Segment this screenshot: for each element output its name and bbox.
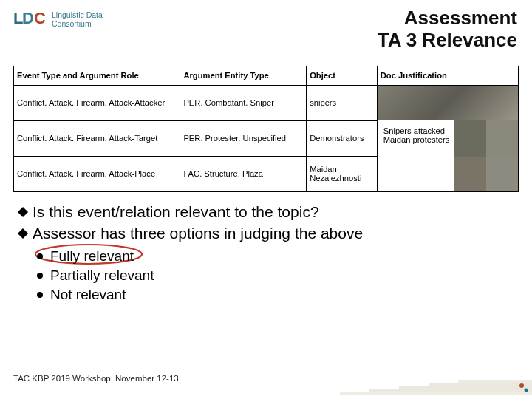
cell-event: Conflict. Attack. Firearm. Attack-Target [14, 120, 180, 156]
sub-bullet-text: Partially relevant [50, 267, 154, 284]
bullet-item: Is this event/relation relevant to the t… [19, 202, 517, 222]
th-object: Object [307, 66, 378, 85]
thumbnail-image [454, 157, 486, 191]
svg-rect-8 [458, 380, 532, 383]
bullet-list: Is this event/relation relevant to the t… [0, 202, 532, 244]
cell-event: Conflict. Attack. Firearm. Attack-Place [14, 156, 180, 191]
svg-point-9 [519, 383, 524, 388]
diamond-bullet-icon [18, 207, 28, 217]
svg-rect-5 [369, 389, 532, 392]
bullet-item: Assessor has three options in judging th… [19, 224, 517, 243]
svg-rect-4 [340, 392, 532, 395]
relevance-table: Event Type and Argument Role Argument En… [13, 66, 519, 192]
ldc-logo-text: Linguistic Data Consortium [52, 11, 103, 28]
thumbnail-image [454, 120, 486, 157]
cell-object: Demonstrators [307, 120, 378, 156]
svg-point-10 [525, 389, 528, 392]
bullet-text: Assessor has three options in judging th… [33, 224, 363, 243]
disc-bullet-icon [37, 253, 43, 259]
cell-object: snipers [307, 85, 378, 120]
ldc-logo-mark: L D C [13, 7, 47, 33]
svg-rect-7 [429, 383, 532, 386]
thumbnail-image [486, 120, 518, 157]
thumbnail-image [486, 157, 518, 191]
diamond-bullet-icon [18, 228, 28, 239]
cell-object: Maidan Nezalezhnosti [307, 156, 378, 191]
ldc-logo: L D C Linguistic Data Consortium [13, 7, 103, 33]
cell-entity: PER. Combatant. Sniper [180, 85, 307, 120]
disc-bullet-icon [37, 273, 43, 279]
bullet-text: Is this event/relation relevant to the t… [33, 202, 319, 222]
sub-bullet-item: Fully relevant [37, 248, 532, 265]
title-divider [13, 58, 517, 58]
th-event-type: Event Type and Argument Role [14, 66, 180, 85]
th-entity-type: Argument Entity Type [180, 66, 307, 85]
footer-text: TAC KBP 2019 Workshop, November 12-13 [13, 374, 179, 383]
svg-text:C: C [34, 9, 46, 27]
cell-entity: FAC. Structure. Plaza [180, 156, 307, 191]
th-doc-justification: Doc Justification [377, 66, 518, 85]
sub-bullet-list: Fully relevant Partially relevant Not re… [0, 245, 532, 303]
cell-event: Conflict. Attack. Firearm. Attack-Attack… [14, 85, 180, 120]
sub-bullet-item: Partially relevant [37, 267, 532, 284]
slide-title: Assessment TA 3 Relevance [378, 7, 517, 52]
table-row: Conflict. Attack. Firearm. Attack-Attack… [14, 85, 519, 120]
thumbnail-image [378, 86, 518, 120]
table-header-row: Event Type and Argument Role Argument En… [14, 66, 519, 85]
cell-doc-justification: Snipers attacked Maidan protesters [377, 85, 518, 191]
doc-justification-text: Snipers attacked Maidan protesters [381, 123, 458, 147]
sub-bullet-text: Not relevant [50, 287, 126, 303]
cell-entity: PER. Protester. Unspecified [180, 120, 307, 156]
svg-text:D: D [22, 9, 34, 27]
disc-bullet-icon [37, 292, 43, 298]
sub-bullet-text: Fully relevant [50, 248, 134, 265]
svg-rect-6 [399, 386, 532, 389]
sub-bullet-item: Not relevant [37, 287, 532, 303]
corner-decoration [340, 380, 532, 399]
